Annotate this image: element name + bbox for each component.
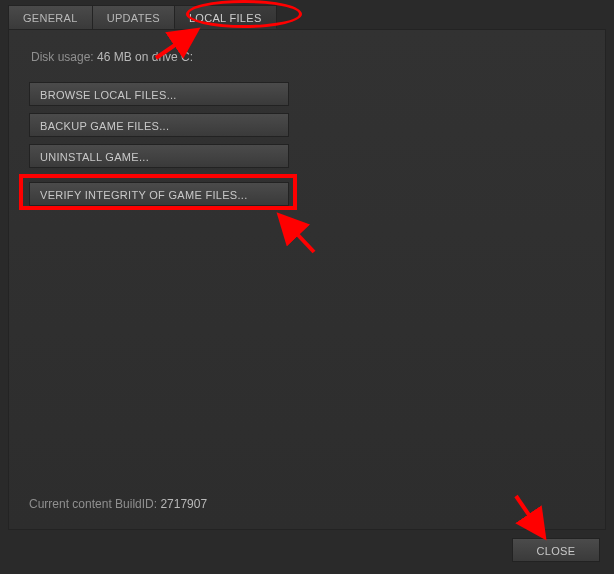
- build-id-line: Current content BuildID: 2717907: [29, 497, 207, 511]
- disk-usage-value: 46 MB on drive C:: [97, 50, 193, 64]
- tab-updates[interactable]: UPDATES: [92, 5, 175, 29]
- build-id-value: 2717907: [160, 497, 207, 511]
- verify-integrity-button[interactable]: VERIFY INTEGRITY OF GAME FILES...: [29, 182, 289, 206]
- disk-usage-label: Disk usage:: [31, 50, 94, 64]
- disk-usage-line: Disk usage: 46 MB on drive C:: [29, 50, 585, 64]
- browse-local-files-button[interactable]: BROWSE LOCAL FILES...: [29, 82, 289, 106]
- backup-game-files-button[interactable]: BACKUP GAME FILES...: [29, 113, 289, 137]
- tab-local-files[interactable]: LOCAL FILES: [174, 5, 277, 29]
- button-stack: BROWSE LOCAL FILES... BACKUP GAME FILES.…: [29, 82, 289, 206]
- uninstall-game-button[interactable]: UNINSTALL GAME...: [29, 144, 289, 168]
- local-files-panel: Disk usage: 46 MB on drive C: BROWSE LOC…: [8, 30, 606, 530]
- tab-general[interactable]: GENERAL: [8, 5, 93, 29]
- properties-window: GENERAL UPDATES LOCAL FILES Disk usage: …: [0, 0, 614, 574]
- close-button[interactable]: CLOSE: [512, 538, 600, 562]
- build-id-label: Current content BuildID:: [29, 497, 157, 511]
- tab-bar: GENERAL UPDATES LOCAL FILES: [0, 0, 614, 29]
